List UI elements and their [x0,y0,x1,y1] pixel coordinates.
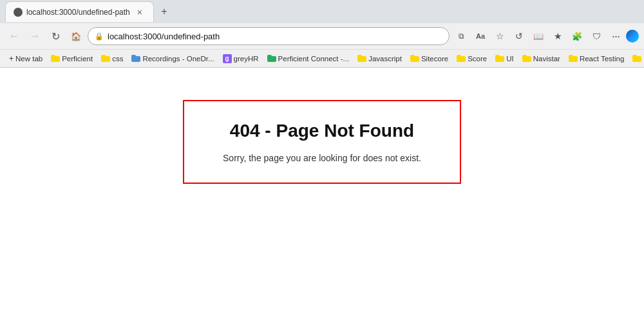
bookmark-item-score[interactable]: Score [453,52,491,66]
add-favorites-button[interactable]: ★ [549,27,567,45]
error-container: 404 - Page Not Found Sorry, the page you… [183,100,461,184]
bookmark-label-sitecore: Sitecore [421,55,448,63]
bookmark-item-css[interactable]: css [97,52,127,66]
error-title: 404 - Page Not Found [223,121,421,141]
bookmark-item-perficient[interactable]: Perficient [47,52,97,66]
bookmark-item-greyhr[interactable]: g greyHR [219,52,263,66]
bookmark-label-score: Score [468,55,487,63]
folder-icon-ui [495,55,504,62]
lock-icon: 🔒 [95,32,104,41]
bookmark-label-css: css [112,55,123,63]
bookmark-label-javascript: Javascript [368,55,402,63]
forward-button[interactable]: → [26,27,44,45]
bookmark-item-react-testing[interactable]: React Testing [565,52,628,66]
collections-button[interactable]: ↺ [510,27,528,45]
favicon-greyhr: g [223,54,232,63]
folder-icon-react-testing [569,55,578,62]
bookmark-label-navistar: Navistar [533,55,560,63]
bookmark-label-perficient-connect: Perficient Connect -... [278,55,350,63]
nav-bar: ← → ↻ 🏠 🔒 ⧉ Aa ☆ ↺ 📖 ★ 🧩 🛡 ··· [0,23,644,49]
extensions-button[interactable]: 🧩 [568,27,586,45]
bookmark-label-recordings: Recordings - OneDr... [142,55,214,63]
nav-right-buttons: ⧉ Aa ☆ ↺ 📖 ★ 🧩 🛡 ··· [452,27,639,45]
folder-icon-javascript [357,55,366,62]
new-tab-button[interactable]: + [155,3,173,21]
bookmark-label-greyhr: greyHR [234,55,259,63]
active-tab[interactable]: localhost:3000/undefined-path × [5,1,154,22]
refresh-button[interactable]: ↻ [46,27,64,45]
bookmark-label-newtab: New tab [15,55,43,63]
page-content: 404 - Page Not Found Sorry, the page you… [0,68,644,327]
folder-icon-perficient-connect [267,55,276,62]
bookmark-item-recordings[interactable]: Recordings - OneDr... [128,52,218,66]
tab-favicon [14,8,23,17]
bookmark-item-navistar[interactable]: Navistar [518,52,564,66]
bookmarks-bar: + New tab Perficient css Recordings - On… [0,49,644,67]
folder-icon-score [457,55,466,62]
read-mode-button[interactable]: Aa [471,27,489,45]
bookmark-item-mercury[interactable]: Mercury [629,52,644,66]
folder-icon-recordings [131,55,140,62]
tab-close-button[interactable]: × [134,6,146,18]
reading-list-button[interactable]: 📖 [529,27,547,45]
edge-profile-button[interactable] [626,30,639,43]
folder-icon-sitecore [410,55,419,62]
browser-essentials-button[interactable]: 🛡 [587,27,605,45]
folder-icon-perficient [51,55,60,62]
favorites-button[interactable]: ☆ [491,27,509,45]
tab-bar: localhost:3000/undefined-path × + [0,0,644,23]
bookmark-label-ui: UI [506,55,514,63]
bookmark-item-newtab[interactable]: + New tab [5,52,46,66]
bookmark-label-react-testing: React Testing [580,55,624,63]
folder-icon-navistar [522,55,531,62]
address-bar[interactable]: 🔒 [88,27,450,45]
address-input[interactable] [108,32,442,41]
bookmark-label-perficient: Perficient [62,55,93,63]
bookmark-item-ui[interactable]: UI [491,52,518,66]
more-button[interactable]: ··· [607,27,625,45]
home-button[interactable]: 🏠 [67,27,85,45]
bookmark-item-perficient-connect[interactable]: Perficient Connect -... [263,52,354,66]
folder-icon-css [101,55,110,62]
folder-icon-mercury [632,55,641,62]
error-subtitle: Sorry, the page you are looking for does… [223,153,421,163]
bookmark-item-sitecore[interactable]: Sitecore [406,52,452,66]
split-screen-button[interactable]: ⧉ [452,27,470,45]
bookmark-item-javascript[interactable]: Javascript [354,52,406,66]
tab-title: localhost:3000/undefined-path [26,8,130,17]
newtab-icon: + [9,54,14,63]
back-button[interactable]: ← [5,27,23,45]
